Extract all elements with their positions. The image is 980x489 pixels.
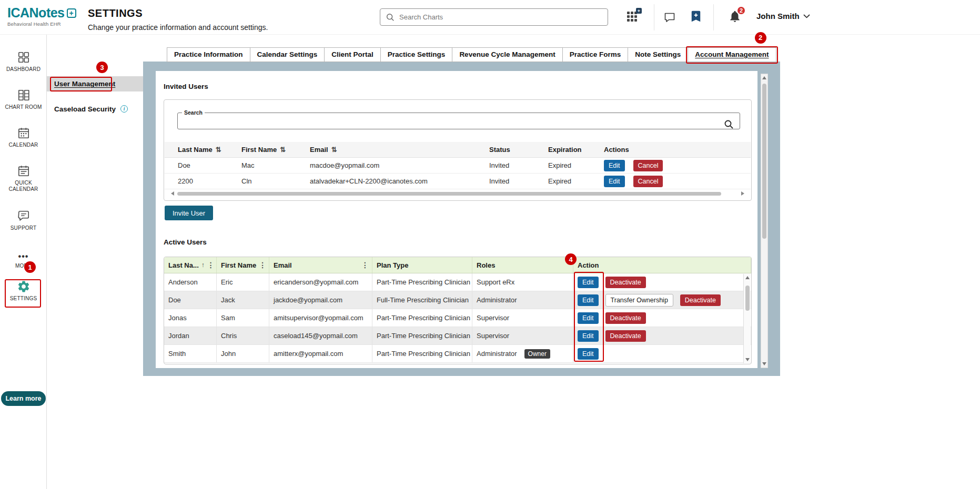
tab-practice-settings[interactable]: Practice Settings: [381, 47, 453, 62]
cell-first-name: Cln: [241, 177, 310, 185]
horizontal-scrollbar: [165, 189, 751, 198]
edit-button[interactable]: Edit: [578, 294, 599, 306]
edit-button[interactable]: Edit: [578, 330, 599, 342]
horizontal-scroll-thumb[interactable]: [177, 192, 721, 196]
sidebar-item-quick-calendar[interactable]: QUICK CALENDAR: [0, 164, 47, 192]
panel-scrollbar: [761, 74, 768, 368]
tab-account-management[interactable]: Account Management 2: [688, 47, 776, 62]
cancel-button[interactable]: Cancel: [633, 176, 663, 187]
tab-practice-forms[interactable]: Practice Forms: [563, 47, 629, 62]
active-users-table: Last Na...↑⋮ First Name⋮ Email⋮ Plan Typ…: [164, 257, 752, 364]
edit-button[interactable]: Edit: [578, 312, 599, 324]
sidebar-item-support[interactable]: SUPPORT: [0, 209, 47, 231]
tab-practice-information[interactable]: Practice Information: [167, 47, 250, 62]
info-icon[interactable]: i: [120, 105, 128, 113]
active-user-row: Jordan Chris caseload145@yopmail.com Par…: [164, 327, 751, 345]
cell-action: Edit Deactivate: [573, 309, 751, 327]
deactivate-button[interactable]: Deactivate: [605, 277, 646, 288]
col-first-name: First Name: [221, 261, 256, 269]
tab-revenue-cycle-management[interactable]: Revenue Cycle Management: [452, 47, 562, 62]
col-email: Email: [310, 146, 328, 154]
cell-first-name: John: [217, 345, 269, 362]
sort-icon[interactable]: ⇅: [280, 146, 286, 154]
cell-action: Edit: [573, 345, 751, 362]
edit-button[interactable]: Edit: [578, 277, 599, 288]
panel-scroll-thumb[interactable]: [762, 84, 766, 239]
cell-roles: Administrator Owner: [472, 345, 573, 362]
cell-roles: Support eRx: [472, 273, 573, 291]
invited-users-search: Search: [177, 109, 740, 129]
tab-calendar-settings[interactable]: Calendar Settings: [250, 47, 325, 62]
icanotes-logo[interactable]: ICANotes + Behavioral Health EHR: [7, 5, 76, 27]
user-menu[interactable]: John Smith: [756, 12, 810, 21]
cell-first-name: Jack: [217, 291, 269, 309]
scroll-left-arrow[interactable]: [171, 191, 174, 196]
cell-action: Edit Deactivate: [573, 327, 751, 344]
header-divider: [713, 4, 714, 30]
invited-users-table: Last Name⇅ First Name⇅ Email⇅ Status Exp…: [165, 142, 751, 189]
cell-first-name: Sam: [217, 309, 269, 327]
cell-email: caseload145@yopmail.com: [269, 327, 372, 344]
col-action: Action: [578, 261, 599, 269]
chat-icon[interactable]: [663, 11, 676, 24]
add-chart-icon[interactable]: [689, 9, 703, 23]
notifications-bell-icon[interactable]: 2: [728, 9, 742, 23]
deactivate-button[interactable]: Deactivate: [680, 294, 721, 306]
column-menu-icon[interactable]: ⋮: [207, 261, 215, 269]
apps-grid-icon[interactable]: +: [627, 12, 638, 22]
invited-search-input[interactable]: [182, 117, 718, 128]
subnav-item-caseload-security[interactable]: Caseload Security i: [47, 101, 143, 116]
scroll-down-arrow[interactable]: [762, 362, 766, 365]
cell-roles: Administrator: [472, 291, 573, 309]
cancel-button[interactable]: Cancel: [633, 160, 663, 171]
search-charts-input[interactable]: [399, 13, 602, 21]
cell-last-name: Doe: [165, 161, 241, 169]
deactivate-button[interactable]: Deactivate: [605, 330, 646, 342]
page-heading: SETTINGS Change your practice informatio…: [88, 7, 268, 32]
learn-more-button[interactable]: Learn more: [1, 391, 46, 406]
scroll-right-arrow[interactable]: [741, 191, 744, 196]
transfer-ownership-button[interactable]: Transfer Ownership: [605, 294, 673, 307]
active-table-header: Last Na...↑⋮ First Name⋮ Email⋮ Plan Typ…: [164, 257, 751, 273]
settings-subnav: User Management 3 Caseload Security i: [47, 35, 143, 376]
cell-email: macdoe@yopmail.com: [310, 161, 489, 169]
sort-asc-icon[interactable]: ↑: [201, 261, 205, 269]
cell-action: Edit Transfer Ownership Deactivate: [573, 291, 751, 309]
tab-note-settings[interactable]: Note Settings: [628, 47, 688, 62]
cell-status: Invited: [489, 177, 548, 185]
sidebar-item-settings[interactable]: SETTINGS: [0, 280, 47, 302]
edit-button[interactable]: Edit: [578, 348, 599, 360]
invited-users-card: Search Last Name⇅ First Name⇅ Email⇅ Sta…: [164, 99, 752, 201]
tab-client-portal[interactable]: Client Portal: [325, 47, 381, 62]
scroll-up-arrow[interactable]: [762, 76, 766, 79]
calendar-icon: [17, 126, 31, 140]
edit-button[interactable]: Edit: [604, 176, 625, 187]
sort-icon[interactable]: ⇅: [216, 146, 221, 154]
scroll-down-arrow[interactable]: [745, 358, 750, 361]
vertical-scroll-thumb[interactable]: [745, 286, 750, 311]
cell-status: Invited: [489, 161, 548, 169]
active-user-row: Jonas Sam amitsupervisor@yopmail.com Par…: [164, 309, 751, 327]
search-icon[interactable]: [724, 119, 734, 130]
invite-user-button[interactable]: Invite User: [165, 206, 213, 220]
cell-expiration: Expired: [548, 177, 604, 185]
active-user-row: Smith John amitterx@yopmail.com Part-Tim…: [164, 345, 751, 363]
col-last-name: Last Name: [178, 146, 213, 154]
logo-text: ICANotes: [7, 5, 65, 21]
sidebar-item-more[interactable]: ••• MORE: [0, 252, 47, 269]
edit-button[interactable]: Edit: [604, 160, 625, 171]
deactivate-button[interactable]: Deactivate: [605, 312, 646, 324]
sidebar-label: MORE: [15, 263, 32, 269]
sidebar-item-calendar[interactable]: CALENDAR: [0, 126, 47, 148]
sidebar-item-chart-room[interactable]: CHART ROOM: [0, 88, 47, 110]
cell-email: amitterx@yopmail.com: [269, 345, 372, 362]
sidebar-label: CALENDAR: [8, 142, 38, 148]
column-menu-icon[interactable]: ⋮: [361, 261, 369, 269]
sidebar-item-dashboard[interactable]: DASHBOARD: [0, 50, 47, 73]
scroll-up-arrow[interactable]: [745, 276, 750, 279]
sort-icon[interactable]: ⇅: [331, 146, 337, 154]
cell-first-name: Chris: [217, 327, 269, 344]
subnav-item-user-management[interactable]: User Management: [47, 76, 143, 91]
cell-first-name: Eric: [217, 273, 269, 291]
column-menu-icon[interactable]: ⋮: [259, 261, 266, 269]
